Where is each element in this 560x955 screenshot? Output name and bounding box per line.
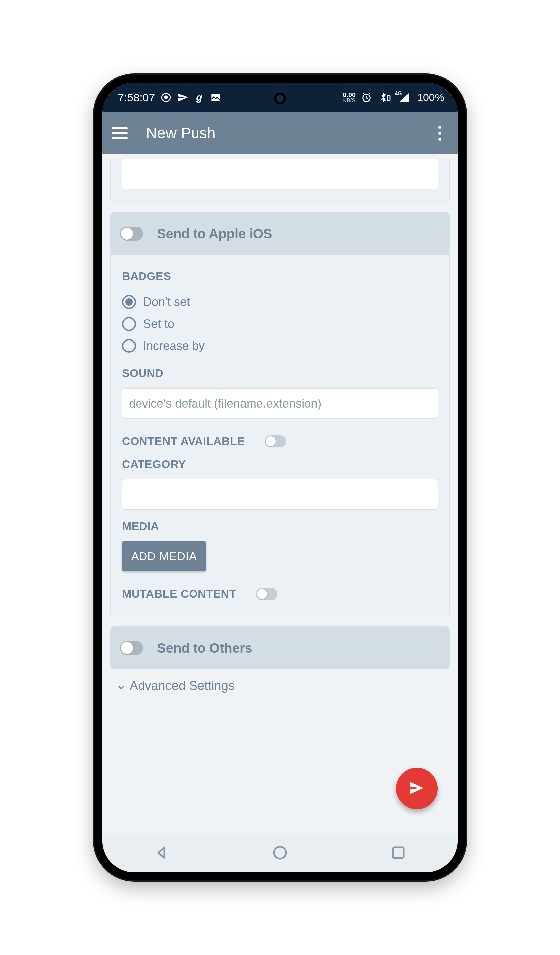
send-icon <box>408 779 426 798</box>
radio-icon <box>122 295 136 309</box>
app-toolbar: New Push <box>102 113 458 153</box>
send-fab[interactable] <box>396 768 438 809</box>
previous-section-tail <box>110 159 450 203</box>
mutable-content-toggle[interactable] <box>256 588 277 600</box>
media-label: MEDIA <box>122 520 438 532</box>
status-time: 7:58:07 <box>118 91 155 104</box>
overflow-icon[interactable] <box>432 125 448 141</box>
back-icon[interactable] <box>154 845 170 861</box>
ios-toggle[interactable] <box>120 227 143 241</box>
badges-option-increase-by[interactable]: Increase by <box>122 335 438 357</box>
category-input[interactable] <box>122 479 438 510</box>
system-nav-bar <box>102 833 458 872</box>
svg-rect-6 <box>393 847 404 858</box>
others-toggle[interactable] <box>120 641 143 655</box>
svg-point-5 <box>274 847 286 858</box>
add-media-button[interactable]: ADD MEDIA <box>122 541 206 571</box>
mutable-content-label: MUTABLE CONTENT <box>122 587 236 600</box>
previous-input[interactable] <box>122 159 438 189</box>
badges-option-set-to[interactable]: Set to <box>122 313 438 335</box>
recents-icon[interactable] <box>390 845 406 861</box>
ios-card: Send to Apple iOS BADGES Don't set Set t… <box>110 212 450 617</box>
svg-point-1 <box>165 96 168 99</box>
ios-card-header: Send to Apple iOS <box>111 213 449 255</box>
radio-icon <box>122 339 136 353</box>
page-title: New Push <box>146 124 216 142</box>
sound-label: SOUND <box>122 367 438 380</box>
network-speed: 0.00 KB/S <box>343 92 356 103</box>
home-icon[interactable] <box>272 845 288 861</box>
others-card-header: Send to Others <box>111 627 449 669</box>
menu-icon[interactable] <box>112 125 128 141</box>
others-card: Send to Others <box>110 626 450 670</box>
advanced-settings-label: Advanced Settings <box>129 679 235 693</box>
sound-input[interactable] <box>122 388 438 419</box>
app-icon: g <box>193 92 205 103</box>
send-icon <box>177 92 188 103</box>
alarm-icon <box>361 92 372 103</box>
ios-header-label: Send to Apple iOS <box>157 227 272 241</box>
category-label: CATEGORY <box>122 458 438 471</box>
content-available-label: CONTENT AVAILABLE <box>122 435 245 448</box>
target-icon <box>161 92 172 103</box>
others-header-label: Send to Others <box>157 640 252 656</box>
content-available-toggle[interactable] <box>265 435 286 447</box>
advanced-settings-toggle[interactable]: Advanced Settings <box>110 670 450 697</box>
badges-option-dont-set[interactable]: Don't set <box>122 291 438 313</box>
signal-icon: 4G <box>397 92 412 103</box>
chevron-down-icon <box>116 681 126 691</box>
battery-percent: 100% <box>417 92 445 104</box>
svg-rect-4 <box>387 96 390 100</box>
badges-label: BADGES <box>122 269 438 283</box>
picture-icon <box>210 92 222 103</box>
bluetooth-icon <box>377 92 392 103</box>
radio-icon <box>122 317 136 331</box>
